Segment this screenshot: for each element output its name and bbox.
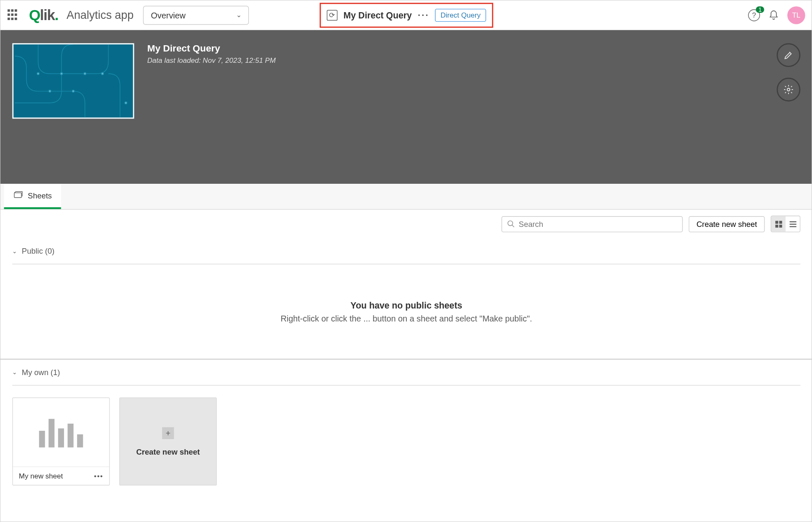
svg-rect-15 xyxy=(789,224,796,224)
hero-banner: My Direct Query Data last loaded: Nov 7,… xyxy=(0,30,812,183)
sheet-more-icon[interactable]: ••• xyxy=(94,472,103,480)
svg-point-4 xyxy=(49,90,51,93)
header-right: ? 1 TL xyxy=(748,6,805,24)
public-section-label: Public (0) xyxy=(22,247,54,255)
tab-sheets[interactable]: Sheets xyxy=(4,183,62,209)
svg-point-5 xyxy=(72,90,75,93)
svg-point-3 xyxy=(101,72,104,75)
myown-section-label: My own (1) xyxy=(22,368,60,377)
hero-subtitle: Data last loaded: Nov 7, 2023, 12:51 PM xyxy=(147,56,276,64)
hero-text: My Direct Query Data last loaded: Nov 7,… xyxy=(147,43,276,118)
sheet-thumbnail xyxy=(13,398,109,467)
svg-point-6 xyxy=(125,102,127,104)
create-sheet-card[interactable]: + Create new sheet xyxy=(119,398,217,486)
view-dropdown-label: Overview xyxy=(151,10,186,20)
svg-point-9 xyxy=(508,221,513,226)
bell-icon[interactable] xyxy=(768,10,779,21)
svg-point-2 xyxy=(84,72,86,75)
app-title-group: My Direct Query ··· Direct Query xyxy=(320,3,493,28)
tab-bar: Sheets xyxy=(0,183,812,209)
svg-rect-8 xyxy=(14,193,21,197)
card-grid: My new sheet ••• + Create new sheet xyxy=(0,386,812,497)
search-box[interactable] xyxy=(501,216,683,232)
svg-rect-13 xyxy=(779,224,782,227)
svg-rect-11 xyxy=(779,221,782,224)
help-icon[interactable]: ? 1 xyxy=(748,9,760,21)
svg-point-1 xyxy=(60,72,63,75)
direct-query-badge: Direct Query xyxy=(435,8,486,21)
avatar[interactable]: TL xyxy=(787,6,805,24)
sheet-card[interactable]: My new sheet ••• xyxy=(12,398,110,486)
launcher-icon[interactable] xyxy=(8,9,19,21)
qlik-logo[interactable]: Qlik. xyxy=(29,6,58,23)
app-thumbnail xyxy=(12,43,134,118)
public-empty-state: You have no public sheets Right-click or… xyxy=(12,264,800,359)
myown-section: ⌄ My own (1) xyxy=(0,360,812,386)
search-icon xyxy=(507,220,515,228)
svg-rect-16 xyxy=(789,226,796,227)
chevron-down-icon: ⌄ xyxy=(236,11,242,19)
sheets-toolbar: Create new sheet xyxy=(0,210,812,238)
app-more-icon[interactable]: ··· xyxy=(418,10,429,21)
create-sheet-label: Create new sheet xyxy=(136,447,200,456)
list-view-button[interactable] xyxy=(786,216,800,231)
create-sheet-button[interactable]: Create new sheet xyxy=(689,216,765,232)
sheet-name: My new sheet xyxy=(19,472,63,480)
svg-rect-14 xyxy=(789,221,796,222)
myown-section-header[interactable]: ⌄ My own (1) xyxy=(12,360,800,385)
public-section-header[interactable]: ⌄ Public (0) xyxy=(12,238,800,264)
grid-view-button[interactable] xyxy=(771,216,786,231)
empty-desc: Right-click or click the ... button on a… xyxy=(12,314,800,323)
hero-title: My Direct Query xyxy=(147,43,276,54)
tab-sheets-label: Sheets xyxy=(28,191,51,200)
top-bar: Qlik. Analytics app Overview ⌄ My Direct… xyxy=(0,0,812,30)
plus-icon: + xyxy=(162,427,174,439)
svg-point-7 xyxy=(787,88,790,91)
sheets-icon xyxy=(13,190,23,201)
settings-button[interactable] xyxy=(777,78,801,102)
chevron-down-icon: ⌄ xyxy=(12,369,17,375)
help-badge-count: 1 xyxy=(756,6,764,13)
app-type-label: Analytics app xyxy=(67,8,134,21)
app-icon xyxy=(327,10,338,21)
bar-chart-icon xyxy=(39,417,83,447)
svg-point-0 xyxy=(37,72,39,75)
search-input[interactable] xyxy=(519,219,677,228)
public-section: ⌄ Public (0) You have no public sheets R… xyxy=(0,238,812,359)
app-title: My Direct Query xyxy=(344,10,412,20)
view-dropdown[interactable]: Overview ⌄ xyxy=(143,5,249,24)
edit-button[interactable] xyxy=(777,43,801,67)
chevron-down-icon: ⌄ xyxy=(12,248,17,255)
view-toggle xyxy=(771,216,800,232)
empty-title: You have no public sheets xyxy=(12,300,800,310)
svg-rect-12 xyxy=(775,224,778,227)
svg-rect-10 xyxy=(775,221,778,224)
